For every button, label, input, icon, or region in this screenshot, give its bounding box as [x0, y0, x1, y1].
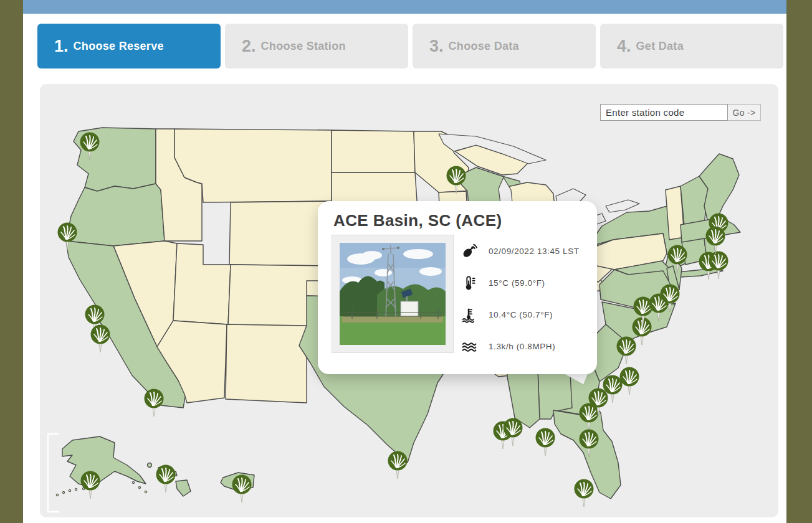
tab-label: Choose Station — [261, 40, 346, 53]
reserve-popup-title: ACE Basin, SC (ACE) — [332, 211, 585, 230]
lake-ontario — [606, 200, 639, 212]
station-code-input[interactable] — [600, 104, 728, 121]
go-button[interactable]: Go -> — [728, 104, 761, 121]
reading-row: 10.4°C (50.7°F) — [460, 299, 580, 331]
reserve-marker[interactable] — [91, 325, 110, 353]
top-accent-bar — [23, 0, 786, 14]
state-alaska — [62, 436, 146, 488]
alaska-aleutians — [56, 481, 147, 496]
reading-row: 02/09/2022 13:45 LST — [460, 235, 580, 267]
state-oregon — [66, 184, 165, 246]
reading-row: 1.3k/h (0.8MPH) — [460, 331, 580, 362]
page-frame: 1. Choose Reserve 2. Choose Station 3. C… — [23, 0, 786, 523]
tab-number: 2. — [242, 37, 256, 56]
reserve-marker[interactable] — [156, 465, 176, 493]
reserve-marker[interactable] — [145, 389, 164, 417]
step-tabs: 1. Choose Reserve 2. Choose Station 3. C… — [23, 14, 786, 68]
reserve-marker[interactable] — [620, 367, 639, 395]
tab-label: Choose Data — [449, 40, 519, 53]
reading-value: 15°C (59.0°F) — [489, 278, 545, 288]
reserve-marker[interactable] — [536, 428, 555, 456]
air-temperature-icon — [460, 275, 479, 291]
reading-value: 02/09/2022 13:45 LST — [489, 247, 580, 256]
station-photo-frame — [332, 235, 454, 353]
reserve-marker[interactable] — [709, 252, 728, 280]
alaska-inset-bracket — [48, 434, 59, 512]
tab-number: 4. — [617, 37, 631, 56]
tab-label: Choose Reserve — [74, 40, 164, 53]
reserve-marker[interactable] — [575, 479, 594, 507]
tab-choose-station[interactable]: 2. Choose Station — [225, 24, 408, 68]
tab-number: 3. — [429, 37, 444, 56]
reserve-marker[interactable] — [232, 475, 252, 503]
reading-value: 10.4°C (50.7°F) — [489, 310, 553, 319]
tab-choose-data[interactable]: 3. Choose Data — [413, 24, 596, 68]
tab-choose-reserve[interactable]: 1. Choose Reserve — [37, 24, 221, 68]
reserve-popup: ACE Basin, SC (ACE) — [318, 201, 597, 374]
reserve-marker[interactable] — [504, 418, 523, 446]
state-new-mexico — [226, 324, 307, 403]
reserve-map-panel: Go -> — [40, 84, 778, 517]
tab-number: 1. — [54, 37, 69, 56]
wind-speed-icon — [460, 339, 479, 355]
station-readings: 02/09/2022 13:45 LST — [460, 235, 580, 362]
reserve-marker[interactable] — [388, 451, 408, 479]
reading-row: 15°C (59.0°F) — [460, 267, 580, 299]
station-photo — [340, 243, 446, 345]
water-temperature-icon — [460, 307, 479, 323]
reserve-marker[interactable] — [81, 471, 100, 499]
state-wyoming — [229, 201, 332, 266]
tab-label: Get Data — [636, 40, 684, 53]
state-north-dakota — [332, 130, 415, 172]
reserve-marker[interactable] — [633, 318, 652, 346]
satellite-dish-icon — [460, 243, 479, 260]
station-code-search: Go -> — [600, 104, 761, 121]
state-utah — [173, 243, 231, 324]
reading-value: 1.3k/h (0.8MPH) — [489, 342, 555, 351]
tab-get-data[interactable]: 4. Get Data — [600, 24, 783, 68]
